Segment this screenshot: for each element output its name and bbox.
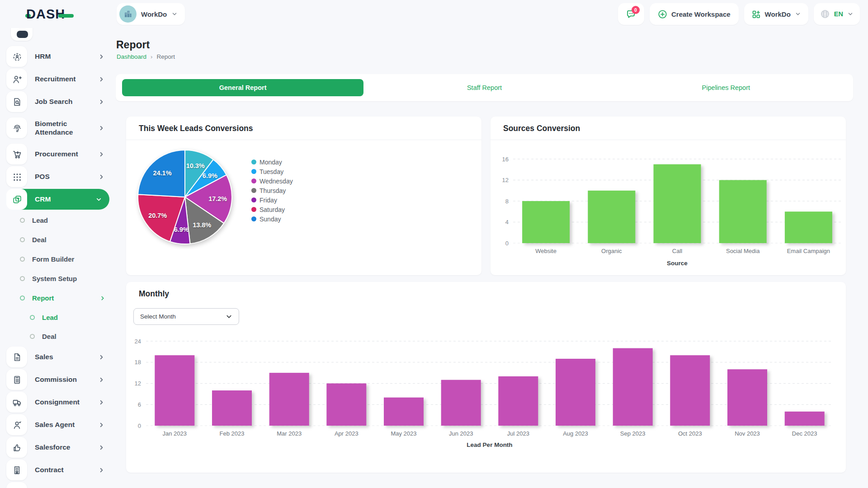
app-logo[interactable]: DASH — [25, 7, 74, 22]
recruitment-icon — [6, 69, 27, 89]
y-tick-label: 12 — [502, 177, 509, 183]
language-code: EN — [834, 10, 843, 18]
tab-general-report[interactable]: General Report — [122, 79, 363, 96]
sidebar-item-label: Contract — [35, 465, 98, 474]
sidebar-item-procurement[interactable]: Procurement — [6, 144, 116, 164]
chevron-down-icon — [847, 11, 854, 17]
y-tick-label: 16 — [502, 156, 509, 163]
chevron-right-icon — [98, 125, 105, 131]
sidebar-subitem-label: System Setup — [32, 275, 116, 282]
sidebar-item-recruitment[interactable]: Recruitment — [6, 69, 116, 89]
sidebar-subitem-deal[interactable]: Deal — [20, 231, 116, 249]
sidebar-item-biometric-attendance[interactable]: Biometric Attendance — [6, 114, 116, 142]
sidebar-item-label: POS — [35, 172, 98, 181]
bar-oct-2023 — [670, 355, 710, 426]
chevron-right-icon — [98, 174, 105, 180]
monthly-card-title: Monthly — [126, 282, 846, 305]
legend-label: Tuesday — [259, 168, 283, 175]
biometric-attendance-icon — [6, 117, 27, 138]
grid-plus-icon — [751, 9, 761, 19]
sidebar-item-salesforce[interactable]: Salesforce — [6, 437, 116, 458]
sidebar-item-label: Commission — [35, 375, 98, 384]
top-header: DASH WorkDo 0 Create Workspace WorkDo EN — [0, 0, 868, 28]
sidebar-item-sales[interactable]: Sales — [6, 347, 116, 367]
bar-sep-2023 — [613, 348, 653, 426]
pie-value-label: 10.3% — [186, 162, 205, 169]
sidebar-item-hrm[interactable]: HRM — [6, 46, 116, 67]
create-workspace-button[interactable]: Create Workspace — [650, 3, 739, 25]
sidebar-subitem-lead[interactable]: Lead — [20, 211, 116, 229]
sidebar-nav: HRMRecruitmentJob SearchBiometric Attend… — [0, 28, 116, 488]
bullet-icon — [20, 257, 25, 262]
chevron-right-icon — [98, 422, 105, 428]
y-tick-label: 0 — [505, 240, 509, 247]
sidebar-item-label: Job Search — [35, 97, 98, 106]
workspace-avatar — [119, 5, 137, 23]
x-category-label: Website — [535, 248, 557, 254]
chevron-down-icon — [226, 313, 232, 320]
sidebar-item-consignment[interactable]: Consignment — [6, 392, 116, 413]
x-category-label: Jan 2023 — [163, 430, 187, 437]
x-category-label: Mar 2023 — [277, 430, 302, 437]
sidebar-subitem-label: Deal — [32, 236, 116, 244]
pos-icon — [6, 166, 27, 187]
sidebar-subsubitem-label: Deal — [42, 333, 116, 340]
sidebar-item-indiamart[interactable]: Indiamart — [6, 482, 116, 488]
legend-dot-icon — [251, 169, 256, 174]
select-month-dropdown[interactable]: Select Month — [133, 308, 239, 325]
tab-staff-report[interactable]: Staff Report — [363, 79, 605, 96]
pie-value-label: 24.1% — [153, 169, 171, 177]
tab-pipelines-report[interactable]: Pipelines Report — [605, 79, 847, 96]
monthly-bar-chart-svg: 06121824Jan 2023Feb 2023Mar 2023Apr 2023… — [133, 333, 839, 453]
bar-call — [654, 164, 701, 243]
sidebar-item-label: Consignment — [35, 398, 98, 406]
sidebar-subsubitem-label: Lead — [42, 314, 116, 321]
sidebar-item-job-search[interactable]: Job Search — [6, 91, 116, 112]
sidebar-subitem-system-setup[interactable]: System Setup — [20, 270, 116, 287]
salesforce-icon — [6, 437, 27, 458]
messages-button[interactable]: 0 — [618, 3, 644, 25]
bar-email-campaign — [785, 211, 832, 243]
language-selector[interactable]: EN — [814, 3, 860, 25]
breadcrumb-current: Report — [156, 53, 175, 60]
sidebar-subsubitem-lead[interactable]: Lead — [30, 309, 116, 326]
x-category-label: Organic — [601, 248, 622, 254]
x-category-label: Oct 2023 — [678, 430, 702, 437]
sidebar-item-label: CRM — [35, 195, 95, 203]
legend-label: Saturday — [259, 206, 285, 213]
bullet-icon — [30, 315, 35, 320]
y-tick-label: 4 — [505, 219, 509, 225]
legend-item-saturday: Saturday — [251, 205, 293, 214]
sidebar-item-contract[interactable]: Contract — [6, 460, 116, 480]
sidebar-subsubitem-deal[interactable]: Deal — [30, 328, 116, 345]
sidebar-subitem-form-builder[interactable]: Form Builder — [20, 250, 116, 268]
header-actions: 0 Create Workspace WorkDo EN — [618, 3, 860, 25]
x-category-label: Dec 2023 — [792, 430, 817, 437]
x-category-label: May 2023 — [391, 430, 416, 437]
bar-jul-2023 — [498, 376, 538, 426]
y-tick-label: 12 — [135, 380, 141, 387]
sidebar-item-pos[interactable]: POS — [6, 166, 116, 187]
sidebar-item-label: Sales Agent — [35, 420, 98, 429]
sidebar-item-label: Procurement — [35, 150, 98, 158]
bar-mar-2023 — [269, 373, 309, 426]
sidebar-item-commission[interactable]: Commission — [6, 369, 116, 390]
legend-dot-icon — [251, 160, 256, 164]
sidebar-item-sales-agent[interactable]: Sales Agent — [6, 414, 116, 435]
app-grid-menu[interactable]: WorkDo — [744, 3, 808, 25]
workspace-selector[interactable]: WorkDo — [117, 3, 185, 25]
commission-icon — [6, 369, 27, 390]
consignment-icon — [6, 392, 27, 413]
y-tick-label: 18 — [135, 359, 141, 366]
sidebar-item-crm[interactable]: CRM — [6, 189, 109, 210]
sidebar-subitem-report[interactable]: Report — [20, 289, 116, 307]
pie-value-label: 13.8% — [193, 221, 211, 229]
x-category-label: Nov 2023 — [735, 430, 760, 437]
report-tabs: General Report Staff Report Pipelines Re… — [116, 74, 853, 101]
legend-dot-icon — [251, 207, 256, 212]
create-workspace-label: Create Workspace — [671, 10, 731, 18]
legend-dot-icon — [251, 197, 256, 202]
sidebar-subitem-label: Form Builder — [32, 255, 116, 263]
breadcrumb-dashboard-link[interactable]: Dashboard — [117, 53, 146, 60]
chevron-down-icon — [171, 11, 178, 17]
